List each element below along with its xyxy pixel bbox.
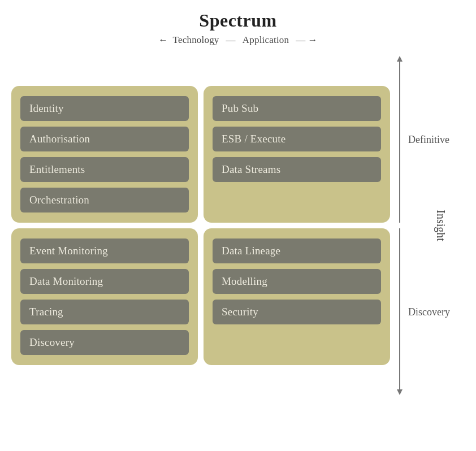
list-item: Entitlements: [20, 157, 189, 182]
quadrant-top-right: Pub Sub ESB / Execute Data Streams: [204, 86, 390, 223]
list-item: Data Lineage: [213, 238, 381, 263]
quadrant-bottom-left: Event Monitoring Data Monitoring Tracing…: [11, 228, 198, 365]
list-item: Identity: [20, 96, 189, 121]
vertical-line-bottom: [399, 228, 400, 389]
grid-area: Identity Authorisation Entitlements Orch…: [11, 86, 390, 365]
page-container: Spectrum ← Technology — Application — → …: [0, 0, 476, 451]
list-item: Modelling: [213, 269, 381, 294]
quadrant-bottom-right: Data Lineage Modelling Security: [204, 228, 390, 365]
down-arrow-tip: [397, 389, 403, 395]
quadrant-top-left: Identity Authorisation Entitlements Orch…: [11, 86, 198, 223]
definitive-section: Definitive: [397, 56, 465, 223]
list-item: Orchestration: [20, 188, 189, 213]
right-side-labels: Definitive Insight Discovery: [397, 56, 465, 395]
list-item: Security: [213, 300, 381, 324]
discovery-label: Discovery: [408, 306, 450, 318]
spectrum-axis: ← Technology — Application — →: [158, 34, 317, 46]
list-item: ESB / Execute: [213, 127, 381, 151]
list-item: Discovery: [20, 330, 189, 355]
definitive-arrow: [397, 56, 403, 223]
list-item: Data Streams: [213, 157, 381, 182]
discovery-arrow: [397, 228, 403, 395]
list-item: Tracing: [20, 300, 189, 324]
list-item: Authorisation: [20, 127, 189, 151]
page-title: Spectrum: [199, 10, 276, 31]
axis-dash2: —: [296, 34, 305, 46]
list-item: Pub Sub: [213, 96, 381, 121]
right-arrow-icon: →: [308, 34, 317, 46]
axis-dash1: —: [226, 34, 236, 46]
up-arrow-tip: [397, 56, 403, 62]
vertical-line-top: [399, 62, 400, 223]
definitive-label: Definitive: [408, 133, 449, 145]
list-item: Data Monitoring: [20, 269, 189, 294]
left-arrow-icon: ←: [158, 34, 168, 46]
list-item: Event Monitoring: [20, 238, 189, 263]
application-label: Application: [243, 34, 289, 46]
discovery-section: Discovery: [397, 228, 465, 395]
technology-label: Technology: [173, 34, 219, 46]
main-area: Identity Authorisation Entitlements Orch…: [11, 56, 465, 395]
